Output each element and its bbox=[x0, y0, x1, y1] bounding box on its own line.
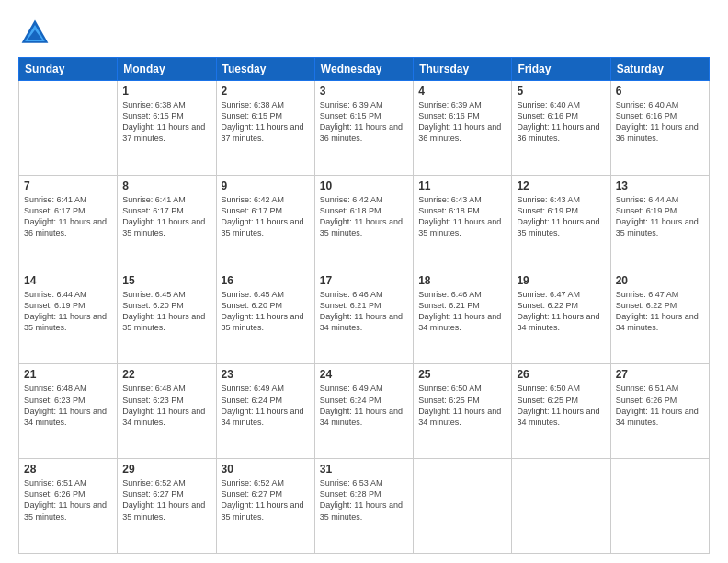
calendar-cell: 24Sunrise: 6:49 AM Sunset: 6:24 PM Dayli… bbox=[314, 364, 413, 459]
calendar-week-row: 28Sunrise: 6:51 AM Sunset: 6:26 PM Dayli… bbox=[19, 459, 710, 554]
day-number: 4 bbox=[418, 85, 506, 98]
day-number: 3 bbox=[320, 85, 408, 98]
calendar-cell: 7Sunrise: 6:41 AM Sunset: 6:17 PM Daylig… bbox=[19, 175, 118, 270]
day-info: Sunrise: 6:47 AM Sunset: 6:22 PM Dayligh… bbox=[616, 289, 704, 334]
day-number: 27 bbox=[616, 368, 704, 381]
calendar-cell: 4Sunrise: 6:39 AM Sunset: 6:16 PM Daylig… bbox=[414, 81, 512, 176]
day-number: 25 bbox=[418, 368, 506, 381]
day-info: Sunrise: 6:43 AM Sunset: 6:18 PM Dayligh… bbox=[418, 194, 506, 239]
calendar-cell: 18Sunrise: 6:46 AM Sunset: 6:21 PM Dayli… bbox=[414, 270, 512, 364]
calendar-cell: 27Sunrise: 6:51 AM Sunset: 6:26 PM Dayli… bbox=[610, 364, 709, 459]
day-number: 16 bbox=[222, 274, 310, 287]
calendar-cell bbox=[610, 459, 709, 554]
calendar-cell: 21Sunrise: 6:48 AM Sunset: 6:23 PM Dayli… bbox=[19, 364, 118, 459]
calendar-cell: 14Sunrise: 6:44 AM Sunset: 6:19 PM Dayli… bbox=[19, 270, 118, 364]
day-info: Sunrise: 6:45 AM Sunset: 6:20 PM Dayligh… bbox=[222, 289, 310, 334]
calendar-cell: 9Sunrise: 6:42 AM Sunset: 6:17 PM Daylig… bbox=[216, 175, 314, 270]
calendar-cell: 8Sunrise: 6:41 AM Sunset: 6:17 PM Daylig… bbox=[118, 175, 216, 270]
day-info: Sunrise: 6:46 AM Sunset: 6:21 PM Dayligh… bbox=[320, 289, 408, 334]
calendar-cell bbox=[19, 81, 118, 176]
day-number: 30 bbox=[222, 463, 310, 476]
calendar-header-thursday: Thursday bbox=[414, 58, 512, 81]
calendar-cell: 17Sunrise: 6:46 AM Sunset: 6:21 PM Dayli… bbox=[314, 270, 413, 364]
day-number: 6 bbox=[616, 85, 704, 98]
day-number: 20 bbox=[616, 274, 704, 287]
day-number: 5 bbox=[517, 85, 605, 98]
day-number: 21 bbox=[24, 368, 112, 381]
day-info: Sunrise: 6:42 AM Sunset: 6:17 PM Dayligh… bbox=[222, 194, 310, 239]
day-info: Sunrise: 6:45 AM Sunset: 6:20 PM Dayligh… bbox=[122, 289, 210, 334]
day-info: Sunrise: 6:40 AM Sunset: 6:16 PM Dayligh… bbox=[616, 99, 704, 144]
day-info: Sunrise: 6:46 AM Sunset: 6:21 PM Dayligh… bbox=[418, 289, 506, 334]
day-number: 23 bbox=[222, 368, 310, 381]
day-number: 19 bbox=[517, 274, 605, 287]
day-info: Sunrise: 6:44 AM Sunset: 6:19 PM Dayligh… bbox=[24, 289, 112, 334]
day-number: 13 bbox=[616, 179, 704, 192]
day-info: Sunrise: 6:52 AM Sunset: 6:27 PM Dayligh… bbox=[222, 477, 310, 523]
calendar-cell bbox=[414, 459, 512, 554]
day-info: Sunrise: 6:40 AM Sunset: 6:16 PM Dayligh… bbox=[517, 99, 605, 144]
calendar-cell: 29Sunrise: 6:52 AM Sunset: 6:27 PM Dayli… bbox=[118, 459, 216, 554]
calendar-cell: 22Sunrise: 6:48 AM Sunset: 6:23 PM Dayli… bbox=[118, 364, 216, 459]
day-number: 7 bbox=[24, 179, 112, 192]
calendar-week-row: 7Sunrise: 6:41 AM Sunset: 6:17 PM Daylig… bbox=[19, 175, 710, 270]
logo bbox=[18, 17, 55, 50]
day-info: Sunrise: 6:43 AM Sunset: 6:19 PM Dayligh… bbox=[517, 194, 605, 239]
day-number: 15 bbox=[122, 274, 210, 287]
calendar-cell: 11Sunrise: 6:43 AM Sunset: 6:18 PM Dayli… bbox=[414, 175, 512, 270]
calendar-header-sunday: Sunday bbox=[19, 58, 118, 81]
day-number: 9 bbox=[222, 179, 310, 192]
day-number: 22 bbox=[122, 368, 210, 381]
calendar-cell: 20Sunrise: 6:47 AM Sunset: 6:22 PM Dayli… bbox=[610, 270, 709, 364]
calendar-header-saturday: Saturday bbox=[610, 58, 709, 81]
day-info: Sunrise: 6:51 AM Sunset: 6:26 PM Dayligh… bbox=[24, 477, 112, 523]
calendar-header-wednesday: Wednesday bbox=[314, 58, 413, 81]
calendar-cell: 31Sunrise: 6:53 AM Sunset: 6:28 PM Dayli… bbox=[314, 459, 413, 554]
header bbox=[18, 17, 710, 50]
calendar-header-row: SundayMondayTuesdayWednesdayThursdayFrid… bbox=[19, 58, 710, 81]
day-number: 31 bbox=[320, 463, 408, 476]
calendar-header-friday: Friday bbox=[512, 58, 610, 81]
calendar-cell: 6Sunrise: 6:40 AM Sunset: 6:16 PM Daylig… bbox=[610, 81, 709, 176]
day-info: Sunrise: 6:50 AM Sunset: 6:25 PM Dayligh… bbox=[418, 383, 506, 428]
calendar-cell: 2Sunrise: 6:38 AM Sunset: 6:15 PM Daylig… bbox=[216, 81, 314, 176]
calendar-week-row: 14Sunrise: 6:44 AM Sunset: 6:19 PM Dayli… bbox=[19, 270, 710, 364]
calendar-cell: 19Sunrise: 6:47 AM Sunset: 6:22 PM Dayli… bbox=[512, 270, 610, 364]
calendar-week-row: 21Sunrise: 6:48 AM Sunset: 6:23 PM Dayli… bbox=[19, 364, 710, 459]
day-number: 8 bbox=[122, 179, 210, 192]
calendar-cell: 30Sunrise: 6:52 AM Sunset: 6:27 PM Dayli… bbox=[216, 459, 314, 554]
calendar-header-monday: Monday bbox=[118, 58, 216, 81]
day-info: Sunrise: 6:48 AM Sunset: 6:23 PM Dayligh… bbox=[122, 383, 210, 428]
day-info: Sunrise: 6:38 AM Sunset: 6:15 PM Dayligh… bbox=[122, 99, 210, 144]
day-number: 10 bbox=[320, 179, 408, 192]
day-number: 29 bbox=[122, 463, 210, 476]
day-number: 11 bbox=[418, 179, 506, 192]
day-number: 1 bbox=[122, 85, 210, 98]
day-info: Sunrise: 6:39 AM Sunset: 6:15 PM Dayligh… bbox=[320, 99, 408, 144]
day-number: 28 bbox=[24, 463, 112, 476]
day-number: 26 bbox=[517, 368, 605, 381]
calendar-cell: 12Sunrise: 6:43 AM Sunset: 6:19 PM Dayli… bbox=[512, 175, 610, 270]
day-info: Sunrise: 6:41 AM Sunset: 6:17 PM Dayligh… bbox=[24, 194, 112, 239]
day-info: Sunrise: 6:53 AM Sunset: 6:28 PM Dayligh… bbox=[320, 477, 408, 523]
day-number: 17 bbox=[320, 274, 408, 287]
day-info: Sunrise: 6:51 AM Sunset: 6:26 PM Dayligh… bbox=[616, 383, 704, 428]
day-number: 2 bbox=[222, 85, 310, 98]
day-info: Sunrise: 6:48 AM Sunset: 6:23 PM Dayligh… bbox=[24, 383, 112, 428]
calendar-cell: 3Sunrise: 6:39 AM Sunset: 6:15 PM Daylig… bbox=[314, 81, 413, 176]
calendar-cell: 15Sunrise: 6:45 AM Sunset: 6:20 PM Dayli… bbox=[118, 270, 216, 364]
logo-icon bbox=[18, 17, 51, 50]
calendar-cell bbox=[512, 459, 610, 554]
calendar-cell: 23Sunrise: 6:49 AM Sunset: 6:24 PM Dayli… bbox=[216, 364, 314, 459]
day-info: Sunrise: 6:38 AM Sunset: 6:15 PM Dayligh… bbox=[222, 99, 310, 144]
calendar-cell: 25Sunrise: 6:50 AM Sunset: 6:25 PM Dayli… bbox=[414, 364, 512, 459]
day-info: Sunrise: 6:41 AM Sunset: 6:17 PM Dayligh… bbox=[122, 194, 210, 239]
calendar-week-row: 1Sunrise: 6:38 AM Sunset: 6:15 PM Daylig… bbox=[19, 81, 710, 176]
day-info: Sunrise: 6:44 AM Sunset: 6:19 PM Dayligh… bbox=[616, 194, 704, 239]
calendar-cell: 10Sunrise: 6:42 AM Sunset: 6:18 PM Dayli… bbox=[314, 175, 413, 270]
calendar-cell: 1Sunrise: 6:38 AM Sunset: 6:15 PM Daylig… bbox=[118, 81, 216, 176]
day-info: Sunrise: 6:50 AM Sunset: 6:25 PM Dayligh… bbox=[517, 383, 605, 428]
day-number: 24 bbox=[320, 368, 408, 381]
calendar-cell: 13Sunrise: 6:44 AM Sunset: 6:19 PM Dayli… bbox=[610, 175, 709, 270]
day-number: 18 bbox=[418, 274, 506, 287]
